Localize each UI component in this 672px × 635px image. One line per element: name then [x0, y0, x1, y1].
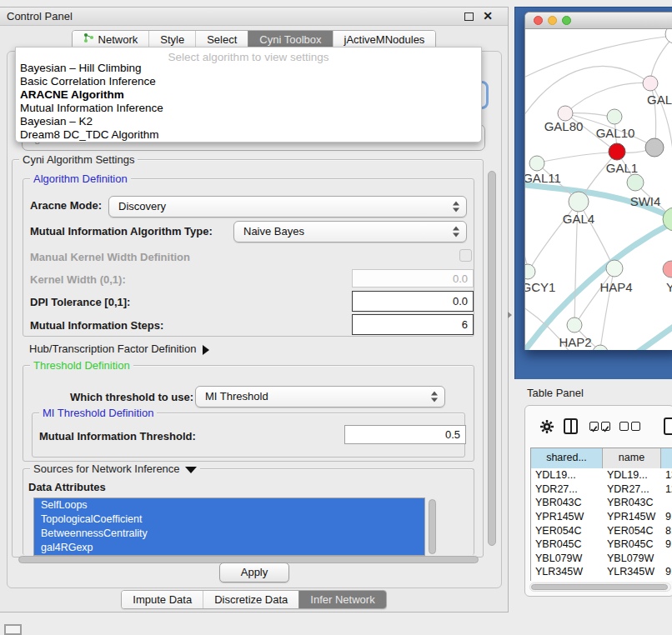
tab-cyni-toolbox[interactable]: Cyni Toolbox [248, 31, 332, 48]
attribute-item[interactable]: SelfLoops [34, 498, 424, 512]
network-node-gal10[interactable] [607, 109, 622, 124]
tab-infer-network[interactable]: Infer Network [298, 591, 385, 608]
checked-checkbox-icon[interactable] [589, 422, 599, 431]
tab-network[interactable]: Network [73, 31, 149, 48]
kernel-width-field[interactable]: 0.0 [352, 269, 474, 288]
gear-icon[interactable] [539, 419, 554, 437]
mi-threshold-field[interactable]: 0.5 [344, 425, 466, 444]
dropdown-item[interactable]: Basic Correlation Inference [16, 75, 481, 88]
kernel-width-value: 0.0 [453, 272, 468, 285]
table-row[interactable]: YIL052CYIL052C9 [531, 579, 672, 581]
sources-group-title[interactable]: Sources for Network Inference [30, 462, 200, 475]
table-row[interactable]: YBL079WYBL079W [531, 552, 672, 566]
mi-algorithm-type-combobox[interactable]: Naive Bayes [233, 221, 467, 242]
splitter-handle[interactable] [508, 312, 512, 318]
table-row[interactable]: YDR27...YDR27...12 [531, 482, 672, 497]
node-label-gal11: GAL11 [525, 171, 564, 185]
table-row[interactable]: YDL19...YDL19...13 [531, 468, 672, 482]
column-header[interactable]: name [603, 448, 661, 468]
table-cell: YBL079W [603, 552, 661, 564]
unchecked-checkbox-icon[interactable] [619, 422, 629, 431]
table-cell: 12 [661, 483, 672, 495]
control-panel-window: Control Panel ✕ NetworkStyleSelectCyni T… [0, 7, 509, 612]
manual-kernel-width-checkbox[interactable] [459, 249, 472, 262]
table-cell: YER054C [603, 525, 661, 537]
table-row[interactable]: YER054CYER054C8. [531, 523, 672, 538]
zoom-traffic-light-icon[interactable] [562, 16, 571, 25]
tab-impute-data[interactable]: Impute Data [122, 591, 203, 608]
table-row[interactable]: YBR045CYBR045C9. [531, 538, 672, 552]
tab-jactivemnodules[interactable]: jActiveMNodules [333, 31, 436, 48]
columns-icon[interactable] [564, 418, 578, 434]
mi-threshold-definition-group: MI Threshold Definition Mutual Informati… [32, 412, 465, 458]
table-horizontal-scrollbar [529, 582, 671, 592]
network-node[interactable] [645, 138, 664, 157]
which-threshold-label: Which threshold to use: [70, 391, 193, 403]
close-icon[interactable]: ✕ [483, 9, 493, 22]
network-node[interactable] [665, 29, 672, 43]
checked-checkbox-icon[interactable] [601, 422, 610, 431]
tab-style[interactable]: Style [148, 31, 195, 48]
node-label-hap4: HAP4 [595, 280, 637, 294]
dropdown-item[interactable]: Dream8 DC_TDC Algorithm [16, 128, 481, 142]
network-view-window[interactable]: GALGAL80GAL10GAL1GAL11SWI4GAL4GCY1HAP4YH… [524, 12, 672, 350]
sources-title-text: Sources for Network Inference [33, 462, 180, 475]
dropdown-item[interactable]: Mutual Information Inference [16, 102, 481, 115]
column-header[interactable]: A [661, 448, 672, 468]
table-cell: YDL19... [603, 469, 661, 481]
dropdown-item[interactable]: Bayesian – K2 [16, 115, 481, 128]
attribute-item[interactable]: BetweennessCentrality [34, 527, 424, 541]
network-node-gal1[interactable] [609, 143, 625, 160]
minimized-panel-icon[interactable] [4, 624, 22, 635]
network-node-gcy1[interactable] [525, 264, 535, 279]
table-hscroll-thumb[interactable] [531, 584, 668, 590]
network-node-gal11[interactable] [529, 156, 544, 171]
table-cell: YBR045C [531, 538, 603, 550]
minimize-traffic-light-icon[interactable] [548, 16, 557, 25]
tab-select[interactable]: Select [195, 31, 248, 48]
attributes-scrollbar-thumb[interactable] [429, 499, 436, 554]
aracne-mode-combobox[interactable]: Discovery [108, 196, 467, 218]
table-row[interactable]: YPR145WYPR145W9. [531, 510, 672, 524]
tab-discretize-data[interactable]: Discretize Data [203, 591, 298, 608]
float-icon[interactable] [464, 12, 474, 21]
node-label-y: Y [662, 280, 672, 294]
network-node-hap2[interactable] [567, 318, 582, 332]
close-traffic-light-icon[interactable] [534, 16, 543, 25]
table-cell: YDL19... [531, 469, 603, 481]
network-node[interactable] [627, 174, 644, 191]
unchecked-checkbox-icon[interactable] [631, 422, 640, 431]
bottom-tabbar: Impute DataDiscretize DataInfer Network [0, 590, 508, 609]
network-canvas[interactable]: GALGAL80GAL10GAL1GAL11SWI4GAL4GCY1HAP4YH… [525, 29, 672, 350]
table-cell: YDR27... [603, 483, 661, 495]
network-node-hap4[interactable] [606, 260, 623, 277]
attribute-item[interactable]: gal4RGexp [34, 541, 424, 555]
dropdown-item[interactable]: ARACNE Algorithm [16, 88, 481, 102]
file-icon[interactable] [664, 418, 672, 435]
cyni-settings-group-title: Cyni Algorithm Settings [19, 153, 138, 166]
settings-vertical-scrollbar[interactable] [488, 171, 496, 546]
network-window-titlebar [525, 12, 672, 29]
apply-button[interactable]: Apply [219, 562, 289, 582]
tab-label: Discretize Data [214, 591, 288, 608]
tab-label: jActiveMNodules [344, 31, 425, 48]
table-row[interactable]: YLR345WYLR345W9. [531, 565, 672, 579]
attribute-item[interactable]: TopologicalCoefficient [34, 512, 424, 527]
mi-steps-field[interactable]: 6 [352, 314, 474, 335]
table-panel-window: shared...nameA YDL19...YDL19...13YDR27..… [524, 405, 672, 597]
dpi-tolerance-field[interactable]: 0.0 [352, 291, 474, 312]
hub-definition-expander[interactable]: Hub/Transcription Factor Definition [29, 342, 209, 355]
aracne-mode-value: Discovery [118, 200, 166, 212]
table-cell: YLR345W [531, 566, 603, 578]
column-header[interactable]: shared... [531, 448, 603, 468]
network-node-y[interactable] [663, 261, 672, 278]
network-node-gal4[interactable] [569, 192, 589, 212]
algorithm-dropdown-popup: Select algorithm to view settings Bayesi… [15, 47, 482, 142]
which-threshold-combobox[interactable]: MI Threshold [195, 386, 445, 408]
network-node-gal[interactable] [643, 76, 658, 91]
table-row[interactable]: YBR043CYBR043C [531, 496, 672, 510]
network-graph [525, 29, 672, 350]
tab-label: Impute Data [133, 591, 192, 608]
node-label-hap2: HAP2 [555, 335, 595, 349]
table-cell: YLR345W [603, 566, 661, 578]
